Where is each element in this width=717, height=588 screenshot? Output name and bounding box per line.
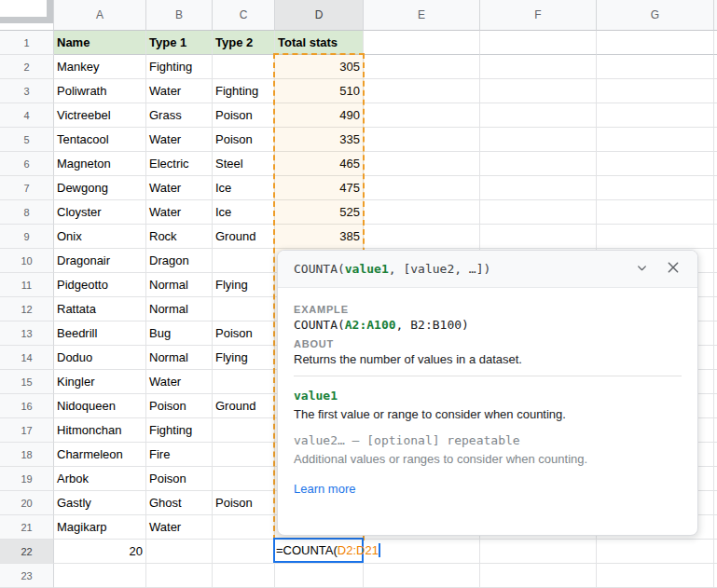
cell-C11[interactable]: Flying bbox=[213, 273, 275, 297]
cell-F7[interactable] bbox=[480, 176, 597, 200]
cell-C16[interactable]: Ground bbox=[213, 394, 275, 418]
row-header-7[interactable]: 7 bbox=[0, 176, 54, 200]
cell-C18[interactable] bbox=[213, 443, 275, 467]
row-header-12[interactable]: 12 bbox=[0, 297, 54, 321]
formula-editing-cell[interactable]: =COUNTA(D2:D21 bbox=[273, 538, 364, 563]
row-header-11[interactable]: 11 bbox=[0, 273, 54, 297]
cell-A20[interactable]: Gastly bbox=[54, 491, 146, 515]
cell-B4[interactable]: Grass bbox=[146, 103, 213, 128]
column-header-A[interactable]: A bbox=[54, 0, 146, 31]
row-header-1[interactable]: 1 bbox=[0, 31, 54, 55]
cell-G3[interactable] bbox=[597, 79, 714, 103]
row-header-13[interactable]: 13 bbox=[0, 321, 54, 346]
cell-C3[interactable]: Fighting bbox=[213, 79, 275, 103]
cell-B12[interactable]: Normal bbox=[146, 297, 213, 321]
cell-A23[interactable] bbox=[54, 564, 146, 588]
cell-D1[interactable]: Total stats bbox=[275, 31, 364, 55]
cell-C19[interactable] bbox=[213, 467, 275, 491]
column-header-D[interactable]: D bbox=[275, 0, 364, 31]
cell-E9[interactable] bbox=[364, 225, 480, 249]
row-header-17[interactable]: 17 bbox=[0, 418, 54, 443]
cell-C6[interactable]: Steel bbox=[213, 152, 275, 176]
cell-F22[interactable] bbox=[480, 540, 597, 564]
cell-B23[interactable] bbox=[146, 564, 213, 588]
cell-E1[interactable] bbox=[364, 31, 480, 55]
cell-B17[interactable]: Fighting bbox=[146, 418, 213, 443]
row-header-5[interactable]: 5 bbox=[0, 128, 54, 152]
cell-B19[interactable]: Poison bbox=[146, 467, 213, 491]
column-header-E[interactable]: E bbox=[364, 0, 480, 31]
cell-A8[interactable]: Cloyster bbox=[54, 200, 146, 225]
cell-G5[interactable] bbox=[597, 128, 714, 152]
collapse-popup-button[interactable] bbox=[628, 256, 655, 282]
cell-A10[interactable]: Dragonair bbox=[54, 249, 146, 273]
cell-F23[interactable] bbox=[480, 564, 597, 588]
cell-F5[interactable] bbox=[480, 128, 597, 152]
cell-B7[interactable]: Water bbox=[146, 176, 213, 200]
cell-A12[interactable]: Rattata bbox=[54, 297, 146, 321]
cell-F3[interactable] bbox=[480, 79, 597, 103]
row-header-16[interactable]: 16 bbox=[0, 394, 54, 418]
row-header-8[interactable]: 8 bbox=[0, 200, 54, 225]
cell-C20[interactable]: Poison bbox=[213, 491, 275, 515]
column-header-F[interactable]: F bbox=[480, 0, 597, 31]
column-header-G[interactable]: G bbox=[597, 0, 714, 31]
cell-C23[interactable] bbox=[213, 564, 275, 588]
cell-G4[interactable] bbox=[597, 103, 714, 128]
cell-F4[interactable] bbox=[480, 103, 597, 128]
cell-F9[interactable] bbox=[480, 225, 597, 249]
cell-A6[interactable]: Magneton bbox=[54, 152, 146, 176]
cell-G7[interactable] bbox=[597, 176, 714, 200]
cell-A11[interactable]: Pidgeotto bbox=[54, 273, 146, 297]
cell-C17[interactable] bbox=[213, 418, 275, 443]
row-header-21[interactable]: 21 bbox=[0, 515, 54, 540]
cell-E3[interactable] bbox=[364, 79, 480, 103]
cell-B22[interactable] bbox=[146, 540, 213, 564]
cell-D9[interactable]: 385 bbox=[275, 225, 364, 249]
cell-A16[interactable]: Nidoqueen bbox=[54, 394, 146, 418]
cell-B10[interactable]: Dragon bbox=[146, 249, 213, 273]
row-header-6[interactable]: 6 bbox=[0, 152, 54, 176]
cell-B15[interactable]: Water bbox=[146, 370, 213, 394]
row-header-2[interactable]: 2 bbox=[0, 55, 54, 79]
cell-E8[interactable] bbox=[364, 200, 480, 225]
cell-D5[interactable]: 335 bbox=[275, 128, 364, 152]
cell-C12[interactable] bbox=[213, 297, 275, 321]
column-header-C[interactable]: C bbox=[213, 0, 275, 31]
cell-A15[interactable]: Kingler bbox=[54, 370, 146, 394]
cell-A19[interactable]: Arbok bbox=[54, 467, 146, 491]
cell-A13[interactable]: Beedrill bbox=[54, 321, 146, 346]
cell-C5[interactable]: Poison bbox=[213, 128, 275, 152]
row-header-3[interactable]: 3 bbox=[0, 79, 54, 103]
cell-G1[interactable] bbox=[597, 31, 714, 55]
cell-B16[interactable]: Poison bbox=[146, 394, 213, 418]
cell-C7[interactable]: Ice bbox=[213, 176, 275, 200]
cell-A21[interactable]: Magikarp bbox=[54, 515, 146, 540]
cell-C14[interactable]: Flying bbox=[213, 346, 275, 370]
learn-more-link[interactable]: Learn more bbox=[294, 482, 355, 496]
cell-B2[interactable]: Fighting bbox=[146, 55, 213, 79]
cell-A14[interactable]: Doduo bbox=[54, 346, 146, 370]
cell-E22[interactable] bbox=[364, 540, 480, 564]
cell-E7[interactable] bbox=[364, 176, 480, 200]
cell-F1[interactable] bbox=[480, 31, 597, 55]
cell-F2[interactable] bbox=[480, 55, 597, 79]
row-header-10[interactable]: 10 bbox=[0, 249, 54, 273]
cell-F6[interactable] bbox=[480, 152, 597, 176]
cell-E4[interactable] bbox=[364, 103, 480, 128]
cell-D7[interactable]: 475 bbox=[275, 176, 364, 200]
cell-D6[interactable]: 465 bbox=[275, 152, 364, 176]
cell-B18[interactable]: Fire bbox=[146, 443, 213, 467]
cell-B8[interactable]: Water bbox=[146, 200, 213, 225]
cell-A22[interactable]: 20 bbox=[54, 540, 146, 564]
cell-A1[interactable]: Name bbox=[54, 31, 146, 55]
cell-A2[interactable]: Mankey bbox=[54, 55, 146, 79]
cell-A18[interactable]: Charmeleon bbox=[54, 443, 146, 467]
cell-G6[interactable] bbox=[597, 152, 714, 176]
cell-G22[interactable] bbox=[597, 540, 714, 564]
cell-F8[interactable] bbox=[480, 200, 597, 225]
cell-D4[interactable]: 490 bbox=[275, 103, 364, 128]
cell-G9[interactable] bbox=[597, 225, 714, 249]
cell-C4[interactable]: Poison bbox=[213, 103, 275, 128]
cell-C10[interactable] bbox=[213, 249, 275, 273]
